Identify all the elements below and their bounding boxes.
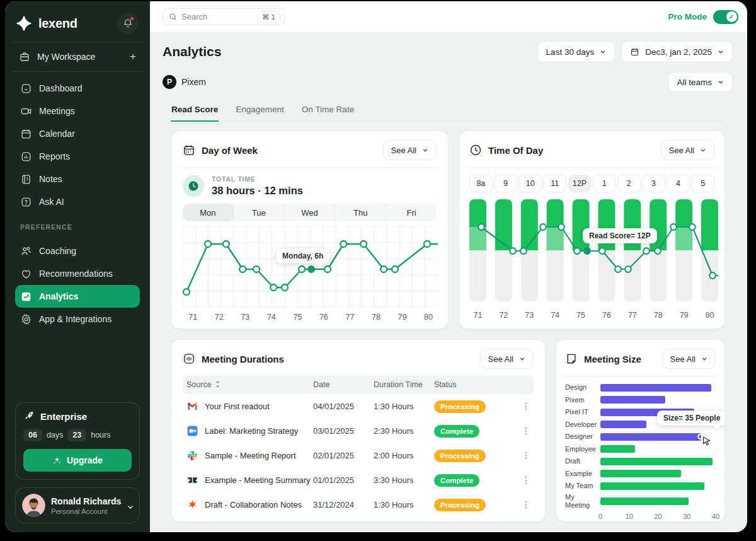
size-bar [600, 396, 665, 404]
hour-option-9[interactable]: 9 [494, 175, 517, 192]
chevron-down-icon [127, 502, 134, 509]
lexend-logo-icon [16, 15, 33, 32]
day-option-tue[interactable]: Tue [233, 204, 284, 221]
sidebar-item-reports[interactable]: Reports [15, 145, 140, 168]
hour-option-10[interactable]: 10 [518, 175, 542, 192]
time-of-day-card: Time Of Day See All 8a9101112P12345 7172… [459, 131, 725, 329]
row-menu-button[interactable]: ⋮ [521, 503, 531, 506]
hour-option-5[interactable]: 5 [691, 175, 714, 192]
enterprise-card: Enterprise 06 days 23 hours Upgrade [15, 402, 140, 480]
topbar: ⌘ 1 Pro Mode ✓ [150, 1, 747, 33]
hour-option-12p[interactable]: 12P [568, 175, 592, 192]
row-menu-button[interactable]: ⋮ [521, 429, 531, 433]
meeting-size-row: Pixem [565, 394, 716, 407]
column-source[interactable]: Source [186, 380, 313, 389]
search-input[interactable]: ⌘ 1 [163, 8, 285, 25]
sidebar-item-dashboard[interactable]: Dashboard [15, 77, 140, 100]
sidebar-item-label: Analytics [39, 291, 78, 301]
day-selector: Mon Tue Wed Thu Fri [183, 204, 437, 221]
pro-mode: Pro Mode ✓ [668, 10, 738, 24]
account-name: Ronald Richards [51, 496, 121, 507]
pro-mode-toggle[interactable]: ✓ [713, 10, 738, 24]
hour-option-1[interactable]: 1 [593, 175, 616, 192]
days-label: days [47, 431, 63, 439]
tab-on-time-rate[interactable]: On Time Rate [301, 101, 355, 121]
all-teams-dropdown[interactable]: All teams [668, 72, 733, 92]
see-all-dropdown[interactable]: See All [662, 349, 716, 369]
size-bar [600, 482, 704, 490]
sidebar-item-label: Dashboard [39, 83, 83, 93]
heart-icon [20, 268, 32, 280]
day-option-wed[interactable]: Wed [284, 204, 335, 221]
workspace-selector[interactable]: My Workspace + [15, 42, 140, 71]
meeting-date: 02/01/2025 [313, 451, 374, 460]
account-type: Personal Account [51, 508, 121, 515]
sidebar: lexend My Workspace + Dashboard Meetings [5, 1, 150, 532]
sidebar-item-ask-ai[interactable]: Ask AI [15, 190, 140, 213]
content: Analytics Last 30 days Dec3, jan 2, 2025… [150, 33, 747, 532]
chart-tooltip: Read Score= 12P [583, 228, 657, 243]
hour-option-11[interactable]: 11 [543, 175, 566, 192]
rocket-icon [23, 410, 35, 422]
meeting-size-card: Meeting Size See All DesignPixemPixel IT… [556, 339, 725, 522]
date-picker[interactable]: Dec3, jan 2, 2025 [621, 41, 733, 62]
row-menu-button[interactable]: ⋮ [521, 454, 531, 457]
svg-text:71: 71 [188, 313, 197, 322]
chevron-down-icon [600, 49, 606, 55]
see-all-label: See All [391, 146, 416, 155]
svg-text:74: 74 [551, 311, 559, 320]
chevron-down-icon [519, 356, 525, 362]
hour-option-4[interactable]: 4 [667, 175, 690, 192]
sidebar-item-calendar[interactable]: Calendar [15, 122, 140, 145]
hours-label: hours [91, 431, 110, 439]
account-switcher[interactable]: Ronald Richards Personal Account [15, 487, 140, 523]
svg-text:78: 78 [654, 311, 663, 320]
sidebar-item-notes[interactable]: Notes [15, 168, 140, 190]
sidebar-item-analytics[interactable]: Analytics [15, 285, 140, 308]
hour-option-2[interactable]: 2 [617, 175, 641, 192]
divider [180, 167, 439, 168]
meeting-source: Your First readout [205, 402, 270, 411]
sidebar-item-recommendations[interactable]: Recommendations [15, 262, 140, 285]
sidebar-item-meetings[interactable]: Meetings [15, 100, 140, 122]
avatar [22, 494, 45, 517]
hour-option-8a[interactable]: 8a [469, 175, 493, 192]
row-menu-button[interactable]: ⋮ [521, 405, 531, 408]
day-option-fri[interactable]: Fri [386, 204, 437, 221]
time-of-day-chart: 71727374757677787980Read Score= 12P [469, 199, 714, 320]
meeting-date: 03/01/2025 [313, 426, 374, 436]
search-field[interactable] [181, 12, 253, 21]
card-title: Meeting Size [584, 354, 656, 364]
upgrade-button[interactable]: Upgrade [23, 449, 132, 472]
notifications-button[interactable] [117, 13, 139, 34]
sidebar-item-label: Ask AI [39, 197, 64, 207]
size-bar [600, 458, 713, 465]
question-icon [20, 196, 32, 208]
add-workspace-button[interactable]: + [130, 50, 136, 63]
day-option-mon[interactable]: Mon [183, 204, 233, 221]
sidebar-item-app-integrations[interactable]: App & Integrations [15, 308, 140, 330]
date-range-label: Last 30 days [546, 47, 595, 57]
clock-icon [469, 144, 482, 156]
chevron-down-icon [701, 356, 707, 362]
svg-text:76: 76 [319, 313, 328, 322]
date-range-dropdown[interactable]: Last 30 days [537, 41, 616, 62]
see-all-dropdown[interactable]: See All [383, 140, 437, 160]
meeting-source: Sample - Meeting Report [205, 451, 296, 460]
total-time-label: TOTAL TIME [212, 175, 303, 183]
size-bar [600, 497, 689, 505]
see-all-dropdown[interactable]: See All [661, 140, 714, 160]
zoom-icon [186, 425, 198, 437]
meeting-size-row: My Meeting [565, 492, 716, 511]
divider [563, 376, 718, 376]
sidebar-item-label: Meetings [39, 106, 75, 116]
day-option-thu[interactable]: Thu [335, 204, 386, 221]
sidebar-item-coaching[interactable]: Coaching [15, 240, 140, 262]
tab-engagement[interactable]: Engagement [235, 101, 285, 121]
see-all-dropdown[interactable]: See All [480, 349, 534, 369]
sidebar-item-label: Calendar [39, 129, 75, 139]
row-menu-button[interactable]: ⋮ [521, 479, 531, 482]
tab-read-score[interactable]: Read Score [171, 101, 219, 121]
hour-option-3[interactable]: 3 [642, 175, 665, 192]
status-badge: Complete [434, 425, 479, 438]
